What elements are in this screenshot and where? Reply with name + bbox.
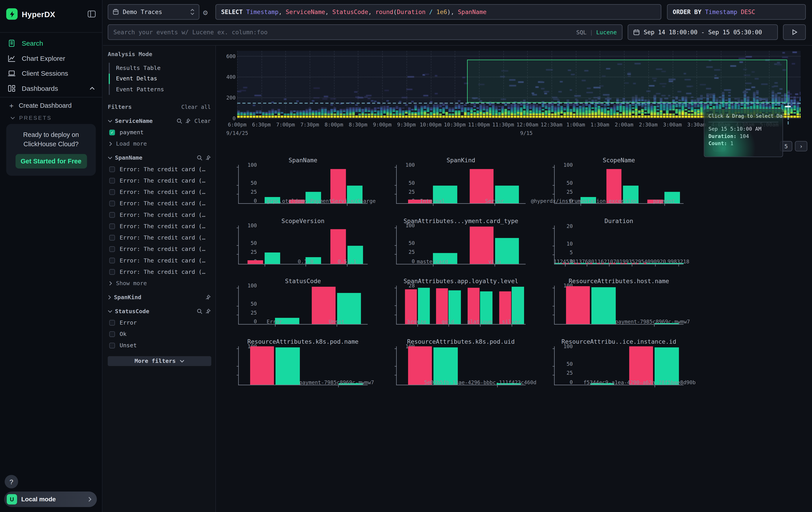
filter-value-label: Error: The credit card (… [120,246,205,252]
checkbox[interactable] [109,269,115,275]
sidebar-item-chart-explorer[interactable]: Chart Explorer [0,51,102,66]
run-query-button[interactable] [783,24,806,40]
pin-icon[interactable] [205,294,211,300]
filter-value-row[interactable]: Error: The credit card (… [108,257,210,264]
checkbox[interactable] [109,166,115,172]
create-dashboard-label: Create Dashboard [19,102,71,110]
ytick-label: 100 [240,162,257,168]
chevron-down-icon [108,156,112,159]
client-sessions-icon [7,69,16,78]
sidebar-collapse-icon[interactable] [88,10,96,18]
bar-outlier [312,287,336,324]
delta-chart-duration: Duration20105011245381376801162107019935… [533,217,689,275]
ytick-mark [237,245,238,246]
filter-value-row[interactable]: Error: The credit card (… [108,200,210,207]
filter-group-statuscode[interactable]: StatusCode [108,308,210,314]
filter-value-row[interactable]: Error: The credit card (… [108,166,210,172]
bar-inlier [418,288,430,324]
checkbox[interactable] [109,189,115,195]
sidebar-item-search[interactable]: Search [0,36,102,51]
chart-plot: 10050250 [396,165,526,204]
source-select-value: Demo Traces [123,8,190,16]
lucene-toggle[interactable]: Lucene [596,29,617,35]
sidebar-item-dashboards[interactable]: Dashboards [0,81,102,96]
checkbox[interactable] [109,178,115,183]
filter-value-row[interactable]: Error: The credit card (… [108,211,210,218]
pin-icon[interactable] [205,155,211,161]
ytick-label: 25 [556,370,573,376]
filter-value-row[interactable]: Error: The credit card (… [108,268,210,275]
sidebar-item-client-sessions[interactable]: Client Sessions [0,66,102,81]
code-token [426,8,429,16]
get-started-button[interactable]: Get Started for Free [15,154,87,168]
order-by-input[interactable]: ORDER BY Timestamp DESC [667,4,806,20]
ytick-label: 0 [240,198,257,204]
chart-title: SpanAttributes...yment.card_type [396,217,526,225]
clear-all-button[interactable]: Clear all [181,104,211,110]
heatmap-xtick-label: 3:30am [687,122,706,128]
show-more-link[interactable]: Show more [108,280,210,287]
presets-toggle[interactable]: PRESETS [0,112,102,123]
more-filters-button[interactable]: More filters [108,356,211,366]
pin-icon[interactable] [205,308,211,314]
code-token: SpanName [458,8,487,16]
date-range-picker[interactable]: Sep 14 18:00:00 - Sep 15 05:30:00 [628,24,778,40]
checkbox[interactable] [109,246,115,252]
ytick-label: 100 [398,162,415,168]
create-dashboard-button[interactable]: + Create Dashboard [0,100,102,112]
filter-value-row[interactable]: Error [108,319,210,326]
checkbox-checked[interactable]: ✓ [109,129,115,135]
analysis-mode-event-deltas[interactable]: Event Deltas [110,74,211,84]
heatmap-selection-rect[interactable] [467,60,787,103]
filter-value-row[interactable]: Ok [108,330,210,337]
checkbox[interactable] [109,331,115,337]
drag-handle-icon[interactable] [785,106,791,107]
checkbox[interactable] [109,235,115,240]
checkbox[interactable] [109,342,115,348]
filter-value-row[interactable]: Unset [108,342,210,349]
filter-value-row[interactable]: Error: The credit card (… [108,189,210,195]
checkbox[interactable] [109,320,115,325]
code-token: ServiceName [286,8,325,16]
search-icon[interactable] [197,308,203,314]
source-select[interactable]: Demo Traces [108,4,199,20]
search-icon[interactable] [177,118,182,124]
query-language-toggle: SQL | Lucene [576,29,617,35]
filter-value-row[interactable]: ✓payment [108,129,210,136]
sql-toggle[interactable]: SQL [576,29,586,35]
analysis-mode-event-patterns[interactable]: Event Patterns [110,84,211,95]
filter-group-servicename[interactable]: ServiceNameClear [108,117,210,124]
ytick-label: 50 [240,180,257,186]
filter-value-row[interactable]: Error: The credit card (… [108,177,210,184]
local-mode-button[interactable]: U Local mode [4,491,97,507]
percentile-dashed-line[interactable] [237,103,801,104]
filter-value-row[interactable]: Error: The credit card (… [108,223,210,229]
hyperdx-logo-icon [6,8,18,20]
filter-group-spankind[interactable]: SpanKind [108,294,210,300]
filter-group-name: SpanKind [114,294,141,300]
filter-group-spanname[interactable]: SpanName [108,154,210,161]
ytick-mark [553,366,554,367]
xtick-label: platinum [467,319,492,325]
sidebar-item-label: Client Sessions [22,70,68,77]
search-placeholder: Search your events w/ Lucene ex. column:… [113,28,576,36]
page-next-button[interactable]: › [795,141,807,152]
help-button[interactable]: ? [5,475,18,488]
analysis-mode-results-table[interactable]: Results Table [110,63,211,74]
gridline [431,51,431,118]
checkbox[interactable] [109,223,115,229]
checkbox[interactable] [109,212,115,217]
ytick-label: 100 [240,283,257,289]
sql-select-input[interactable]: SELECT Timestamp, ServiceName, StatusCod… [215,4,661,20]
checkbox[interactable] [109,257,115,263]
filter-value-row[interactable]: Error: The credit card (… [108,246,210,252]
xtick-label: visa [488,259,501,264]
pin-icon[interactable] [185,118,191,124]
source-settings-gear-icon[interactable]: ⚙ [203,8,208,17]
load-more-link[interactable]: Load more [108,140,210,147]
filter-value-row[interactable]: Error: The credit card (… [108,234,210,241]
filter-clear-button[interactable]: Clear [194,118,211,124]
search-icon[interactable] [197,155,203,161]
search-input[interactable]: Search your events w/ Lucene ex. column:… [108,24,622,40]
checkbox[interactable] [109,200,115,206]
